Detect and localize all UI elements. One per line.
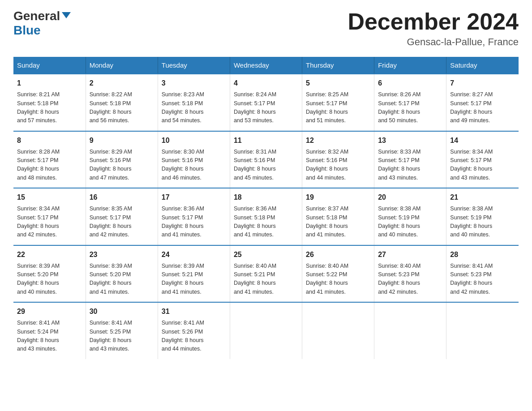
day-info: Sunrise: 8:40 AMSunset: 5:22 PMDaylight:… [306,262,370,297]
calendar-week-row: 1Sunrise: 8:21 AMSunset: 5:18 PMDaylight… [13,74,519,131]
day-info: Sunrise: 8:33 AMSunset: 5:17 PMDaylight:… [378,148,442,183]
calendar-cell: 30Sunrise: 8:41 AMSunset: 5:25 PMDayligh… [86,302,158,359]
day-number: 6 [378,78,442,89]
page-header: General Blue December 2024 Gensac-la-Pal… [13,9,519,48]
calendar-cell: 19Sunrise: 8:37 AMSunset: 5:18 PMDayligh… [302,188,374,245]
day-info: Sunrise: 8:29 AMSunset: 5:16 PMDaylight:… [90,148,154,183]
calendar-cell [374,302,446,359]
day-info: Sunrise: 8:41 AMSunset: 5:26 PMDaylight:… [162,319,226,354]
day-info: Sunrise: 8:38 AMSunset: 5:19 PMDaylight:… [378,205,442,240]
day-info: Sunrise: 8:39 AMSunset: 5:20 PMDaylight:… [17,262,82,297]
day-number: 30 [90,306,154,317]
calendar-cell: 23Sunrise: 8:39 AMSunset: 5:20 PMDayligh… [86,245,158,303]
weekday-header-saturday: Saturday [446,57,519,74]
calendar-cell: 29Sunrise: 8:41 AMSunset: 5:24 PMDayligh… [13,302,86,359]
calendar-cell: 5Sunrise: 8:25 AMSunset: 5:17 PMDaylight… [302,74,374,131]
calendar-cell: 4Sunrise: 8:24 AMSunset: 5:17 PMDaylight… [230,74,302,131]
calendar-week-row: 15Sunrise: 8:34 AMSunset: 5:17 PMDayligh… [13,188,519,245]
title-area: December 2024 Gensac-la-Pallue, France [348,9,519,48]
day-info: Sunrise: 8:35 AMSunset: 5:17 PMDaylight:… [90,205,154,240]
location-label: Gensac-la-Pallue, France [348,36,519,48]
day-number: 3 [162,78,226,89]
day-info: Sunrise: 8:23 AMSunset: 5:18 PMDaylight:… [162,90,226,125]
day-info: Sunrise: 8:28 AMSunset: 5:17 PMDaylight:… [17,148,82,183]
day-number: 26 [306,249,370,260]
day-number: 10 [162,135,226,146]
day-number: 27 [378,249,442,260]
day-info: Sunrise: 8:39 AMSunset: 5:20 PMDaylight:… [90,262,154,297]
calendar-cell: 25Sunrise: 8:40 AMSunset: 5:21 PMDayligh… [230,245,302,303]
weekday-header-monday: Monday [86,57,158,74]
calendar-cell [230,302,302,359]
day-info: Sunrise: 8:36 AMSunset: 5:18 PMDaylight:… [234,205,298,240]
calendar-cell: 27Sunrise: 8:40 AMSunset: 5:23 PMDayligh… [374,245,446,303]
day-number: 13 [378,135,442,146]
day-info: Sunrise: 8:34 AMSunset: 5:17 PMDaylight:… [450,148,515,183]
day-number: 31 [162,306,226,317]
day-info: Sunrise: 8:39 AMSunset: 5:21 PMDaylight:… [162,262,226,297]
weekday-header-wednesday: Wednesday [230,57,302,74]
day-number: 29 [17,306,82,317]
calendar-cell: 1Sunrise: 8:21 AMSunset: 5:18 PMDaylight… [13,74,86,131]
day-number: 5 [306,78,370,89]
day-info: Sunrise: 8:36 AMSunset: 5:17 PMDaylight:… [162,205,226,240]
day-info: Sunrise: 8:32 AMSunset: 5:16 PMDaylight:… [306,148,370,183]
day-number: 24 [162,249,226,260]
day-info: Sunrise: 8:21 AMSunset: 5:18 PMDaylight:… [17,90,82,125]
day-number: 22 [17,249,82,260]
calendar-cell: 22Sunrise: 8:39 AMSunset: 5:20 PMDayligh… [13,245,86,303]
day-info: Sunrise: 8:26 AMSunset: 5:17 PMDaylight:… [378,90,442,125]
calendar-cell: 15Sunrise: 8:34 AMSunset: 5:17 PMDayligh… [13,188,86,245]
day-number: 15 [17,192,82,203]
day-number: 18 [234,192,298,203]
day-number: 8 [17,135,82,146]
day-info: Sunrise: 8:34 AMSunset: 5:17 PMDaylight:… [17,205,82,240]
day-info: Sunrise: 8:41 AMSunset: 5:25 PMDaylight:… [90,319,154,354]
calendar-table: SundayMondayTuesdayWednesdayThursdayFrid… [13,57,519,359]
day-number: 19 [306,192,370,203]
day-number: 2 [90,78,154,89]
calendar-cell: 13Sunrise: 8:33 AMSunset: 5:17 PMDayligh… [374,131,446,188]
day-number: 20 [378,192,442,203]
day-number: 21 [450,192,515,203]
day-info: Sunrise: 8:27 AMSunset: 5:17 PMDaylight:… [450,90,515,125]
day-info: Sunrise: 8:30 AMSunset: 5:16 PMDaylight:… [162,148,226,183]
logo-triangle-icon [62,12,71,18]
calendar-cell: 9Sunrise: 8:29 AMSunset: 5:16 PMDaylight… [86,131,158,188]
calendar-cell: 8Sunrise: 8:28 AMSunset: 5:17 PMDaylight… [13,131,86,188]
calendar-cell [446,302,519,359]
month-title: December 2024 [348,9,519,34]
day-info: Sunrise: 8:40 AMSunset: 5:21 PMDaylight:… [234,262,298,297]
calendar-cell [302,302,374,359]
calendar-cell: 31Sunrise: 8:41 AMSunset: 5:26 PMDayligh… [158,302,230,359]
day-number: 9 [90,135,154,146]
day-number: 12 [306,135,370,146]
logo-general-text: General [13,9,71,23]
calendar-week-row: 22Sunrise: 8:39 AMSunset: 5:20 PMDayligh… [13,245,519,303]
calendar-cell: 20Sunrise: 8:38 AMSunset: 5:19 PMDayligh… [374,188,446,245]
day-info: Sunrise: 8:24 AMSunset: 5:17 PMDaylight:… [234,90,298,125]
day-info: Sunrise: 8:37 AMSunset: 5:18 PMDaylight:… [306,205,370,240]
logo-blue-text: Blue [13,23,71,38]
day-info: Sunrise: 8:41 AMSunset: 5:23 PMDaylight:… [450,262,515,297]
day-number: 11 [234,135,298,146]
calendar-cell: 24Sunrise: 8:39 AMSunset: 5:21 PMDayligh… [158,245,230,303]
calendar-week-row: 29Sunrise: 8:41 AMSunset: 5:24 PMDayligh… [13,302,519,359]
day-number: 25 [234,249,298,260]
weekday-header-sunday: Sunday [13,57,86,74]
day-number: 7 [450,78,515,89]
calendar-cell: 14Sunrise: 8:34 AMSunset: 5:17 PMDayligh… [446,131,519,188]
calendar-cell: 16Sunrise: 8:35 AMSunset: 5:17 PMDayligh… [86,188,158,245]
calendar-cell: 28Sunrise: 8:41 AMSunset: 5:23 PMDayligh… [446,245,519,303]
calendar-cell: 6Sunrise: 8:26 AMSunset: 5:17 PMDaylight… [374,74,446,131]
day-info: Sunrise: 8:31 AMSunset: 5:16 PMDaylight:… [234,148,298,183]
logo: General Blue [13,9,71,38]
day-number: 4 [234,78,298,89]
day-info: Sunrise: 8:41 AMSunset: 5:24 PMDaylight:… [17,319,82,354]
weekday-header-tuesday: Tuesday [158,57,230,74]
day-number: 23 [90,249,154,260]
day-info: Sunrise: 8:25 AMSunset: 5:17 PMDaylight:… [306,90,370,125]
calendar-cell: 18Sunrise: 8:36 AMSunset: 5:18 PMDayligh… [230,188,302,245]
calendar-cell: 11Sunrise: 8:31 AMSunset: 5:16 PMDayligh… [230,131,302,188]
calendar-cell: 21Sunrise: 8:38 AMSunset: 5:19 PMDayligh… [446,188,519,245]
